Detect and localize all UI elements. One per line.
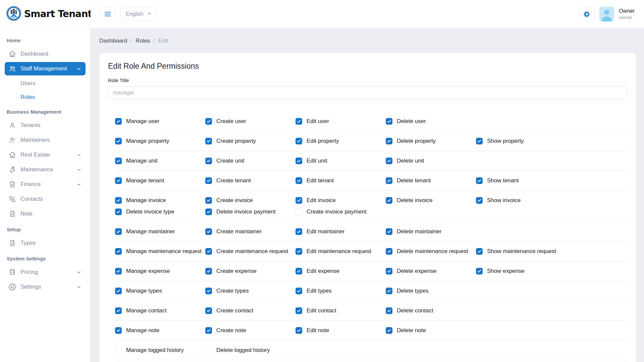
permission-label[interactable]: Manage contact [126,307,167,314]
checkbox-checked[interactable] [386,327,392,334]
checkbox-checked[interactable] [115,288,122,294]
permission-label[interactable]: Delete maintenance request [397,248,468,255]
role-title-input[interactable] [108,86,627,100]
sidebar-item-maintenance[interactable]: Maintenance [5,163,86,176]
permission-delete-unit[interactable]: Delete unit [386,157,476,165]
permission-delete-user[interactable]: Delete user [386,117,476,126]
permission-create-invoice[interactable]: Create invoice [205,196,296,205]
permission-delete-expense[interactable]: Delete expense [386,267,476,276]
permission-delete-invoice-payment[interactable]: Delete invoice payment [205,207,296,216]
brand[interactable]: Smart Tenant [0,0,90,28]
permission-manage-maintainer[interactable]: Manage maintainer [115,227,205,236]
permission-label[interactable]: Delete expense [397,268,436,275]
permission-label[interactable]: Manage maintainer [126,228,175,235]
checkbox-checked[interactable] [205,268,212,275]
sidebar-item-types[interactable]: Types [5,236,86,250]
permission-create-invoice-payment[interactable]: Create invoice payment [296,207,386,216]
permission-edit-maintenance-request[interactable]: Edit maintenance request [296,247,386,256]
permission-label[interactable]: Manage invoice [126,197,166,204]
permission-delete-property[interactable]: Delete property [386,137,476,145]
permission-show-expense[interactable]: Show expense [476,267,566,276]
checkbox-checked[interactable] [115,208,122,215]
permission-label[interactable]: Delete maintainer [397,228,441,235]
permission-edit-unit[interactable]: Edit unit [296,157,386,165]
permission-show-invoice[interactable]: Show invoice [476,196,566,205]
permission-label[interactable]: Create property [216,138,256,144]
sidebar-item-finance[interactable]: Finance [5,178,86,191]
permission-label[interactable]: Show property [487,138,524,144]
permission-edit-invoice[interactable]: Edit invoice [296,196,386,205]
permission-label[interactable]: Edit invoice [307,197,336,204]
permission-label[interactable]: Delete types [397,288,429,294]
checkbox-checked[interactable] [476,248,483,255]
checkbox-checked[interactable] [476,197,483,204]
sidebar-item-dashboard[interactable]: Dashboard [5,47,86,61]
permission-manage-invoice[interactable]: Manage invoice [115,196,205,205]
permission-delete-maintenance-request[interactable]: Delete maintenance request [386,247,476,256]
avatar[interactable] [599,7,614,21]
breadcrumb-item-dashboard[interactable]: Dashboard [99,38,127,44]
checkbox-checked[interactable] [205,208,212,215]
checkbox-unchecked[interactable] [115,347,122,354]
checkbox-checked[interactable] [296,197,302,204]
permission-label[interactable]: Delete invoice payment [216,208,276,215]
permission-label[interactable]: Manage expense [126,268,170,275]
permission-label[interactable]: Delete property [397,138,436,144]
permission-manage-unit[interactable]: Manage unit [115,157,205,165]
permission-label[interactable]: Create types [216,288,249,294]
permission-label[interactable]: Create expense [216,268,257,275]
checkbox-checked[interactable] [205,307,212,314]
permission-label[interactable]: Edit contact [307,307,336,314]
permission-manage-logged-history[interactable]: Manage logged history [115,346,205,355]
permission-label[interactable]: Delete unit [397,158,424,164]
permission-create-tenant[interactable]: Create tenant [205,176,296,185]
checkbox-checked[interactable] [205,138,212,144]
checkbox-checked[interactable] [386,288,392,294]
language-select[interactable]: English [120,7,157,21]
permission-label[interactable]: Delete contact [397,307,433,314]
permission-label[interactable]: Manage property [126,138,169,144]
permission-edit-contact[interactable]: Edit contact [296,306,386,315]
permission-manage-maintenance-request[interactable]: Manage maintenance request [115,247,205,256]
checkbox-checked[interactable] [296,327,302,334]
breadcrumb-item-roles[interactable]: Roles [136,38,150,44]
permission-label[interactable]: Manage maintenance request [126,248,202,255]
checkbox-checked[interactable] [296,138,302,144]
permission-manage-types[interactable]: Manage types [115,287,205,295]
settings-button[interactable] [579,7,595,21]
permission-label[interactable]: Create invoice payment [307,208,367,215]
checkbox-checked[interactable] [205,118,212,125]
sidebar-item-roles[interactable]: Roles [5,90,86,104]
permission-label[interactable]: Edit user [307,118,329,125]
permission-create-maintenance-request[interactable]: Create maintenance request [205,247,296,256]
checkbox-checked[interactable] [115,307,122,314]
checkbox-checked[interactable] [296,268,302,275]
permission-label[interactable]: Show maintenance request [487,248,556,255]
sidebar-item-maintainers[interactable]: Maintainers [5,133,86,147]
permission-manage-note[interactable]: Manage note [115,326,205,335]
permission-edit-property[interactable]: Edit property [296,137,386,145]
permission-manage-contact[interactable]: Manage contact [115,306,205,315]
checkbox-unchecked[interactable] [205,347,212,354]
checkbox-checked[interactable] [115,327,122,334]
permission-label[interactable]: Edit types [307,288,332,294]
permission-label[interactable]: Manage user [126,118,159,125]
permission-label[interactable]: Edit maintainer [307,228,344,235]
checkbox-checked[interactable] [115,158,122,164]
permission-label[interactable]: Create maintainer [216,228,262,235]
permission-delete-logged-history[interactable]: Delete logged history [205,346,296,355]
checkbox-checked[interactable] [205,288,212,294]
menu-toggle-button[interactable] [100,7,115,21]
permission-create-property[interactable]: Create property [205,137,296,145]
checkbox-checked[interactable] [296,228,302,235]
checkbox-checked[interactable] [476,177,483,184]
permission-manage-tenant[interactable]: Manage tenant [115,176,205,185]
checkbox-checked[interactable] [296,118,302,125]
permission-delete-tenant[interactable]: Delete tenant [386,176,476,185]
checkbox-checked[interactable] [386,307,392,314]
checkbox-checked[interactable] [386,158,392,164]
permission-label[interactable]: Edit unit [307,158,327,164]
sidebar-item-tenants[interactable]: Tenants [5,119,86,132]
sidebar-item-real-estate[interactable]: Real Estate [5,148,86,162]
permission-manage-property[interactable]: Manage property [115,137,205,145]
